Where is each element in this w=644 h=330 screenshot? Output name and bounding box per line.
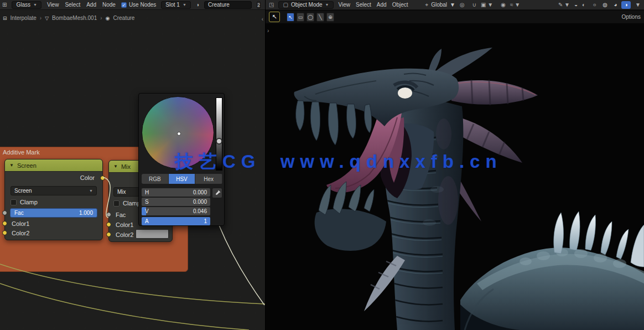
datablock-name-input[interactable]: Creature: [204, 1, 252, 9]
tab-hex[interactable]: Hex: [195, 174, 222, 184]
fac-slider[interactable]: Fac 1.000: [10, 208, 97, 218]
use-nodes-toggle[interactable]: ✓ Use Nodes: [121, 2, 156, 8]
user-count-button[interactable]: 2: [257, 1, 261, 9]
region-collapse-icon[interactable]: ‹: [262, 16, 263, 22]
shading-dropdown-icon[interactable]: ▼: [635, 2, 641, 8]
menu-select[interactable]: Select: [64, 2, 81, 8]
datablock-label: Glass: [16, 2, 30, 8]
options-dropdown[interactable]: Options: [622, 14, 641, 20]
color2-swatch[interactable]: [136, 229, 169, 239]
menu-add[interactable]: Add: [86, 2, 97, 8]
tab-hsv[interactable]: HSV: [169, 174, 196, 184]
saturation-field[interactable]: S 0.000: [142, 198, 210, 206]
alpha-field[interactable]: A 1: [142, 217, 210, 225]
alpha-label: A: [145, 218, 149, 224]
clamp-checkbox[interactable]: [11, 199, 17, 205]
tab-rgb[interactable]: RGB: [142, 174, 169, 184]
blend-mode-dropdown[interactable]: Screen ▼: [11, 186, 97, 195]
value-field[interactable]: V 0.046: [142, 207, 210, 215]
fac-input-socket[interactable]: [106, 212, 111, 217]
value-slider-handle[interactable]: [216, 138, 222, 145]
clamp-row[interactable]: Clamp: [11, 198, 97, 207]
menu-object[interactable]: Object: [392, 2, 409, 8]
chevron-down-icon: ▼: [450, 2, 455, 8]
transform-orientation-dropdown[interactable]: ⌖ Global ▼: [425, 2, 455, 8]
collapse-icon[interactable]: ▼: [9, 163, 14, 168]
active-tool-button[interactable]: ↖: [269, 12, 280, 22]
slot-label: Slot 1: [165, 2, 180, 8]
chevron-down-icon: ▼: [33, 3, 37, 7]
tool-cursor-button[interactable]: ⊕: [326, 13, 334, 22]
chevron-down-icon: ▼: [89, 189, 93, 193]
snap-with-icon[interactable]: ▣ ▼: [481, 2, 493, 8]
eyedropper-icon: [214, 190, 221, 197]
shading-wireframe-icon[interactable]: ○: [590, 1, 599, 9]
color-output-socket[interactable]: [100, 176, 105, 181]
falloff-icon[interactable]: ≈ ▼: [510, 2, 520, 8]
node-editor-icon[interactable]: ⊞: [2, 2, 7, 8]
scene-icon: ⊟: [3, 16, 7, 21]
color2-input-socket[interactable]: [106, 232, 111, 237]
output-row: Color: [11, 173, 97, 182]
viewport-editor-icon[interactable]: ◳: [269, 2, 274, 8]
breadcrumb-object: BombaeMesh.001: [52, 15, 97, 21]
breadcrumb-separator: ›: [40, 15, 41, 21]
dragon-eye: [398, 87, 412, 99]
viewport-canvas[interactable]: ›: [266, 23, 644, 330]
screen-node-header[interactable]: ▼ Screen: [5, 159, 102, 172]
material-icon: ◉: [106, 16, 110, 21]
chevron-down-icon: ▼: [183, 3, 186, 7]
orientation-label: Global: [431, 2, 447, 8]
color-wheel-cursor[interactable]: [177, 132, 181, 136]
color2-row: Color2: [12, 229, 97, 238]
color1-input-socket[interactable]: [2, 221, 7, 226]
tool-tweak-button[interactable]: ↖: [287, 13, 294, 22]
blend-mode-value: Mix: [117, 189, 126, 195]
screen-node[interactable]: ▼ Screen Color Screen ▼ Clamp Fac 1.00: [4, 159, 103, 240]
mix-node-title: Mix: [121, 163, 131, 170]
menu-view[interactable]: View: [338, 2, 351, 8]
shading-solid-icon[interactable]: ◍: [600, 1, 610, 9]
snap-magnet-icon[interactable]: ∪: [472, 2, 476, 8]
hue-value: 0.000: [193, 189, 207, 195]
region-expand-icon[interactable]: ›: [267, 28, 269, 34]
color2-input-socket[interactable]: [2, 230, 7, 235]
proportional-editing-icon[interactable]: ◉: [501, 2, 506, 8]
menu-select[interactable]: Select: [355, 2, 372, 8]
collapse-icon[interactable]: ▼: [113, 164, 118, 169]
tool-select-box-button[interactable]: ▭: [297, 13, 304, 22]
options-label: Options: [622, 14, 641, 20]
fac-label: Fac: [14, 210, 24, 216]
dragon-model[interactable]: [266, 23, 644, 330]
color1-input-socket[interactable]: [106, 222, 111, 227]
shading-rendered-icon[interactable]: ◑: [621, 1, 631, 9]
frame-node-label: Additive Mark: [3, 149, 40, 156]
hue-label: H: [145, 189, 149, 195]
fac-input-socket[interactable]: [2, 210, 7, 215]
menu-view[interactable]: View: [46, 2, 60, 8]
gizmo-toggle-icon[interactable]: ✎ ▼: [558, 2, 570, 8]
mode-selector[interactable]: ▢ Object Mode ▼: [278, 1, 333, 9]
tool-select-lasso-button[interactable]: ╲: [316, 13, 324, 22]
hue-field[interactable]: H 0.000: [142, 188, 210, 197]
blender-window: ⊞ Glass ▼ View Select Add Node ✓ Use Nod…: [0, 0, 644, 330]
menu-add[interactable]: Add: [376, 2, 387, 8]
breadcrumb-material: Creature: [113, 15, 134, 21]
menu-node[interactable]: Node: [102, 2, 116, 8]
shading-material-icon[interactable]: ◕: [611, 1, 620, 9]
color-output-label: Color: [80, 174, 95, 181]
color1-row: Color1: [12, 219, 97, 228]
tool-select-circle-button[interactable]: ◯: [307, 13, 314, 22]
eyedropper-button[interactable]: [212, 188, 222, 198]
matcap-sphere-icon[interactable]: ◐: [582, 2, 585, 8]
datablock-selector[interactable]: Glass ▼: [12, 1, 41, 9]
pivot-point-icon[interactable]: ◎: [460, 2, 465, 8]
color1-label: Color1: [12, 220, 29, 227]
clamp-checkbox[interactable]: [113, 200, 120, 207]
clamp-label: Clamp: [20, 199, 38, 205]
slot-selector[interactable]: Slot 1 ▼: [161, 1, 191, 9]
overlays-toggle-icon[interactable]: ◒: [574, 2, 578, 8]
checkbox-icon: ✓: [121, 2, 127, 8]
image-datablock-icon[interactable]: ◑: [196, 2, 199, 8]
color2-label: Color2: [12, 230, 29, 236]
